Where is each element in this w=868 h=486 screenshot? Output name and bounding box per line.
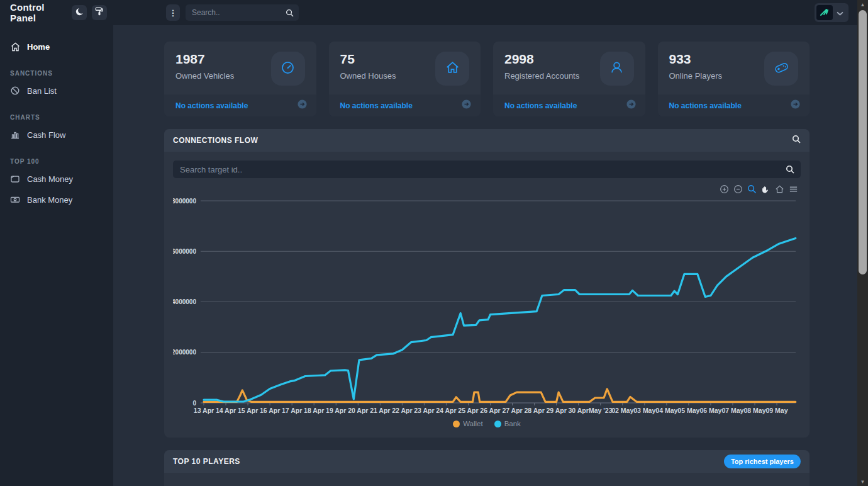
x-axis-label: 06 May — [699, 407, 721, 414]
stat-card-action[interactable]: No actions available — [329, 94, 481, 116]
stat-action-label: No actions available — [175, 101, 248, 110]
stat-value: 933 — [669, 52, 723, 67]
legend-item-wallet[interactable]: Wallet — [453, 419, 483, 429]
x-axis-label: 18 Apr — [304, 407, 324, 414]
stat-icon-box — [435, 52, 469, 86]
sidebar-item-cash-flow[interactable]: Cash Flow — [0, 125, 113, 145]
chart-line-bank — [204, 238, 796, 402]
sidebar-item-cash-money[interactable]: Cash Money — [0, 169, 113, 189]
arrow-right-icon — [626, 99, 637, 112]
stat-action-label: No actions available — [669, 101, 742, 110]
sidebar-item-home[interactable]: Home — [0, 37, 113, 57]
chevron-down-icon — [837, 7, 843, 18]
reset-home-icon[interactable] — [775, 184, 784, 195]
global-search-input[interactable] — [186, 4, 299, 21]
chart-toolbar — [173, 184, 798, 195]
scroll-down-icon[interactable]: ▼ — [857, 477, 868, 486]
server-dropdown[interactable] — [815, 3, 849, 22]
stat-card-body: 75 Owned Houses — [329, 42, 481, 94]
legend-item-bank[interactable]: Bank — [494, 419, 521, 429]
sidebar-item-ban-list[interactable]: Ban List — [0, 81, 113, 101]
kebab-menu-button[interactable]: ⋮ — [166, 4, 180, 21]
top-players-header: TOP 10 PLAYERS Top richest players — [164, 450, 810, 473]
connections-flow-panel: CONNECTIONS FLOW — [164, 129, 810, 438]
paint-roller-icon — [95, 7, 104, 18]
x-axis-label: 26 Apr — [480, 407, 500, 414]
stat-value: 75 — [340, 52, 396, 67]
sidebar-item-label: Bank Money — [27, 195, 72, 205]
search-icon[interactable] — [792, 135, 801, 146]
stat-card-owned-houses: 75 Owned Houses No actions ava — [329, 42, 481, 116]
x-axis-label: 14 Apr — [216, 407, 236, 414]
stat-icon-box — [600, 52, 634, 86]
selection-zoom-icon[interactable] — [747, 184, 757, 195]
pan-icon[interactable] — [761, 184, 771, 195]
ban-icon — [10, 86, 21, 96]
x-axis-label: 19 Apr — [326, 407, 346, 414]
connections-flow-body: 8000000600000040000002000000013 Apr14 Ap… — [164, 152, 810, 438]
user-icon — [608, 59, 625, 79]
scroll-up-icon[interactable]: ▲ — [857, 0, 868, 9]
x-axis-label: May '23 — [589, 407, 613, 414]
screen: Control Panel — [0, 0, 868, 486]
x-axis-label: 20 Apr — [348, 407, 368, 414]
server-logo — [816, 5, 833, 20]
sidebar: Control Panel — [0, 0, 113, 486]
page-content: 1987 Owned Vehicles — [113, 25, 857, 486]
scrollbar[interactable]: ▲ ▼ — [857, 0, 868, 486]
sidebar-item-label: Cash Money — [27, 174, 73, 184]
y-axis-label: 0 — [192, 400, 196, 407]
scrollbar-thumb[interactable] — [859, 10, 867, 274]
x-axis-label: 04 May — [655, 407, 677, 414]
stat-card-registered-accounts: 2998 Registered Accounts No ac — [493, 42, 645, 116]
stat-card-action[interactable]: No actions available — [493, 94, 645, 116]
customize-theme-button[interactable] — [92, 5, 107, 20]
x-axis-label: 17 Apr — [282, 407, 302, 414]
stat-card-action[interactable]: No actions available — [164, 94, 316, 116]
sidebar-item-label: Cash Flow — [27, 130, 65, 140]
main-area: ⋮ — [113, 0, 857, 486]
x-axis-label: 13 Apr — [194, 407, 214, 414]
stat-value: 2998 — [504, 52, 579, 67]
speedometer-icon — [279, 59, 296, 79]
x-axis-label: 07 May — [721, 407, 743, 414]
legend-label: Bank — [504, 420, 521, 427]
stat-card-action[interactable]: No actions available — [658, 94, 810, 116]
stat-action-label: No actions available — [504, 101, 577, 110]
zoom-out-icon[interactable] — [733, 184, 743, 195]
stat-label: Owned Houses — [340, 71, 396, 81]
zoom-in-icon[interactable] — [720, 184, 729, 195]
stat-label: Owned Vehicles — [175, 71, 234, 81]
stat-card-body: 933 Online Players — [658, 42, 810, 94]
x-axis-label: 22 Apr — [392, 407, 412, 414]
search-icon[interactable] — [286, 8, 294, 20]
x-axis-label: 23 Apr — [414, 407, 434, 414]
chart-legend: WalletBank — [173, 419, 801, 429]
sidebar-item-bank-money[interactable]: Bank Money — [0, 189, 113, 210]
line-chart-svg[interactable]: 8000000600000040000002000000013 Apr14 Ap… — [173, 195, 801, 416]
menu-icon[interactable] — [789, 184, 798, 195]
sidebar-section-top100: TOP 100 — [0, 145, 113, 169]
panel-title: TOP 10 PLAYERS — [173, 457, 240, 466]
y-axis-label: 8000000 — [173, 198, 196, 205]
stat-icon-box — [271, 52, 305, 86]
legend-dot — [494, 421, 501, 427]
stat-label: Online Players — [669, 71, 723, 81]
x-axis-label: 21 Apr — [370, 407, 390, 414]
stat-card-online-players: 933 Online Players — [658, 42, 810, 116]
theme-toggle-button[interactable] — [72, 5, 87, 20]
search-icon[interactable] — [786, 165, 794, 176]
x-axis-label: 29 Apr — [546, 407, 566, 414]
arrow-right-icon — [461, 99, 472, 112]
panel-title: CONNECTIONS FLOW — [173, 136, 258, 145]
stat-card-owned-vehicles: 1987 Owned Vehicles — [164, 42, 316, 116]
sidebar-section-sanctions: SANCTIONS — [0, 57, 113, 81]
top-richest-players-button[interactable]: Top richest players — [724, 455, 801, 468]
x-axis-label: 16 Apr — [260, 407, 280, 414]
y-axis-label: 2000000 — [173, 349, 196, 356]
x-axis-label: 25 Apr — [458, 407, 478, 414]
top-players-body: PLAYER MONEY LAST CONNECT — [164, 473, 810, 486]
target-search-input[interactable] — [173, 161, 801, 178]
y-axis-label: 4000000 — [173, 298, 196, 305]
connections-flow-header: CONNECTIONS FLOW — [164, 129, 810, 152]
